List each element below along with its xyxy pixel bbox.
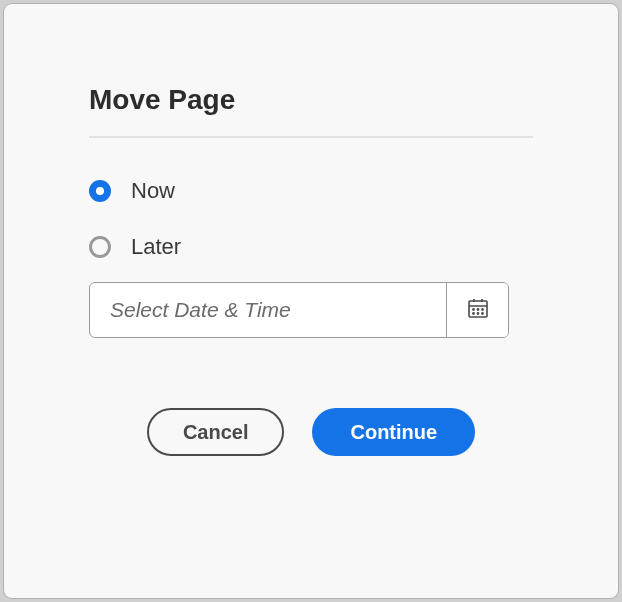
calendar-icon (466, 296, 490, 324)
continue-button[interactable]: Continue (312, 408, 475, 456)
radio-option-now[interactable]: Now (89, 178, 533, 204)
svg-point-4 (472, 309, 473, 310)
svg-point-5 (477, 309, 478, 310)
datetime-field (89, 282, 509, 338)
radio-label-later: Later (131, 234, 181, 260)
dialog-buttons: Cancel Continue (89, 408, 533, 456)
svg-point-8 (477, 313, 478, 314)
radio-option-later[interactable]: Later (89, 234, 533, 260)
radio-indicator (89, 236, 111, 258)
dialog-title: Move Page (89, 84, 533, 116)
svg-point-9 (481, 313, 482, 314)
move-page-dialog: Move Page Now Later (4, 4, 618, 598)
schedule-radio-group: Now Later (89, 178, 533, 260)
divider (89, 136, 533, 138)
radio-indicator (89, 180, 111, 202)
calendar-button[interactable] (446, 283, 508, 337)
radio-dot (96, 187, 104, 195)
svg-point-6 (481, 309, 482, 310)
radio-label-now: Now (131, 178, 175, 204)
datetime-input[interactable] (90, 283, 446, 337)
cancel-button[interactable]: Cancel (147, 408, 285, 456)
svg-point-7 (472, 313, 473, 314)
